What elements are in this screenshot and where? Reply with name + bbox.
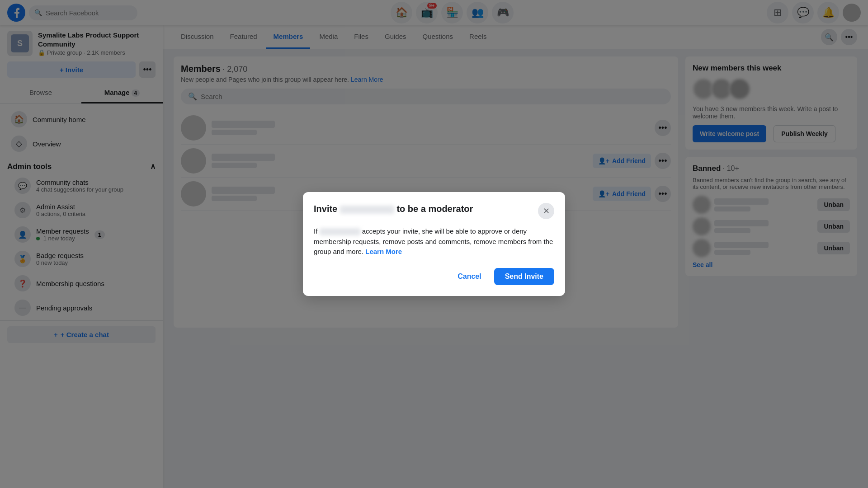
invite-moderator-modal: Invite to be a moderator ✕ If accepts yo… bbox=[303, 192, 565, 296]
cancel-button[interactable]: Cancel bbox=[450, 268, 488, 285]
send-invite-button[interactable]: Send Invite bbox=[494, 268, 554, 285]
modal-footer: Cancel Send Invite bbox=[314, 268, 554, 285]
modal-learn-more-link[interactable]: Learn More bbox=[365, 248, 402, 255]
modal-header: Invite to be a moderator ✕ bbox=[314, 203, 554, 219]
modal-close-button[interactable]: ✕ bbox=[538, 203, 554, 219]
modal-body: If accepts your invite, she will be able… bbox=[314, 226, 554, 257]
modal-overlay[interactable]: Invite to be a moderator ✕ If accepts yo… bbox=[0, 0, 868, 488]
person-name-blurred bbox=[340, 206, 394, 214]
person-name-blurred-sm bbox=[320, 228, 360, 235]
modal-title: Invite to be a moderator bbox=[314, 203, 538, 215]
